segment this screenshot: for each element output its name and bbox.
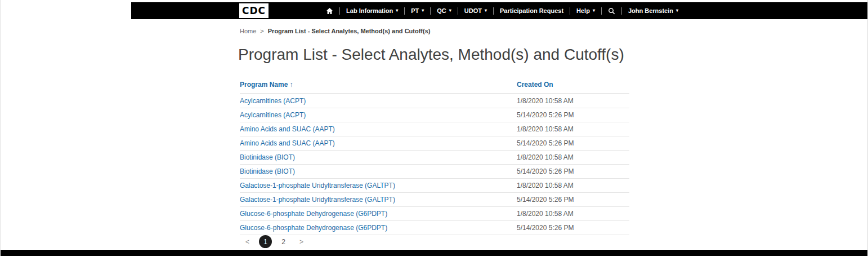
program-link[interactable]: Acylcarnitines (ACPT)	[240, 97, 306, 105]
home-icon	[326, 7, 333, 15]
caret-down-icon	[422, 8, 424, 13]
table-row: Acylcarnitines (ACPT) 5/14/2020 5:26 PM	[240, 108, 629, 122]
nav-item-label: Participation Request	[500, 7, 563, 14]
column-label: Program Name	[240, 81, 288, 89]
top-nav: CDC Lab Information PT QC UDOT	[131, 2, 867, 19]
table-row: Amino Acids and SUAC (AAPT) 5/14/2020 5:…	[240, 136, 629, 151]
table-row: Amino Acids and SUAC (AAPT) 1/8/2020 10:…	[240, 122, 629, 136]
nav-item-qc[interactable]: QC	[431, 2, 458, 19]
pagination-page-1[interactable]: 1	[259, 235, 272, 248]
pagination-prev[interactable]: <	[241, 235, 254, 248]
table-row: Acylcarnitines (ACPT) 1/8/2020 10:58 AM	[240, 94, 629, 108]
table-row: Glucose-6-phosphate Dehydrogenase (G6PDP…	[240, 221, 629, 235]
program-link[interactable]: Galactose-1-phosphate Uridyltransferase …	[240, 182, 395, 189]
nav-item-participation-request[interactable]: Participation Request	[494, 2, 570, 19]
created-on-cell: 5/14/2020 5:26 PM	[517, 108, 629, 122]
nav-item-label: PT	[411, 7, 419, 14]
caret-down-icon	[485, 8, 487, 13]
created-on-cell: 5/14/2020 5:26 PM	[517, 136, 629, 151]
caret-down-icon	[396, 8, 398, 13]
breadcrumb-current: Program List - Select Analytes, Method(s…	[268, 28, 431, 34]
program-link[interactable]: Amino Acids and SUAC (AAPT)	[240, 125, 335, 133]
caret-down-icon	[676, 8, 678, 13]
table-header-row: Program Name↑ Created On	[240, 78, 629, 94]
caret-down-icon	[593, 8, 595, 13]
user-menu[interactable]: John Bernstein	[622, 2, 684, 19]
nav-item-lab-information[interactable]: Lab Information	[340, 2, 404, 19]
table-row: Galactose-1-phosphate Uridyltransferase …	[240, 179, 629, 193]
table-row: Glucose-6-phosphate Dehydrogenase (G6PDP…	[240, 207, 629, 221]
column-label: Created On	[517, 81, 553, 89]
breadcrumb: Home > Program List - Select Analytes, M…	[240, 28, 430, 34]
created-on-cell: 1/8/2020 10:58 AM	[517, 207, 629, 221]
caret-down-icon	[449, 8, 451, 13]
column-header-created-on[interactable]: Created On	[517, 78, 629, 94]
created-on-cell: 1/8/2020 10:58 AM	[517, 151, 629, 165]
breadcrumb-home-link[interactable]: Home	[240, 28, 256, 34]
program-link[interactable]: Galactose-1-phosphate Uridyltransferase …	[240, 196, 395, 204]
sort-ascending-icon: ↑	[289, 81, 293, 89]
nav-item-label: QC	[437, 7, 446, 14]
program-link[interactable]: Amino Acids and SUAC (AAPT)	[240, 139, 335, 147]
column-header-program-name[interactable]: Program Name↑	[240, 78, 517, 94]
footer-bar	[1, 250, 867, 256]
program-link[interactable]: Glucose-6-phosphate Dehydrogenase (G6PDP…	[240, 210, 387, 218]
main-nav: Lab Information PT QC UDOT Participation…	[320, 2, 684, 19]
table-row: Galactose-1-phosphate Uridyltransferase …	[240, 193, 629, 207]
program-link[interactable]: Biotinidase (BIOT)	[240, 153, 295, 161]
nav-item-label: Help	[576, 7, 590, 14]
program-link[interactable]: Biotinidase (BIOT)	[240, 167, 295, 175]
app-screen: CDC Lab Information PT QC UDOT	[0, 0, 868, 256]
table-row: Biotinidase (BIOT) 1/8/2020 10:58 AM	[240, 151, 629, 165]
program-table: Program Name↑ Created On Acylcarnitines …	[240, 78, 629, 235]
search-icon	[608, 7, 615, 15]
nav-item-label: UDOT	[464, 7, 482, 14]
table-row: Biotinidase (BIOT) 5/14/2020 5:26 PM	[240, 165, 629, 179]
pagination: < 1 2 >	[241, 235, 308, 248]
created-on-cell: 1/8/2020 10:58 AM	[517, 94, 629, 108]
page-title: Program List - Select Analytes, Method(s…	[238, 46, 624, 64]
home-link[interactable]	[320, 2, 339, 19]
created-on-cell: 5/14/2020 5:26 PM	[517, 165, 629, 179]
nav-item-pt[interactable]: PT	[405, 2, 430, 19]
program-link[interactable]: Acylcarnitines (ACPT)	[240, 111, 306, 119]
nav-item-help[interactable]: Help	[570, 2, 601, 19]
pagination-next[interactable]: >	[295, 235, 308, 248]
created-on-cell: 5/14/2020 5:26 PM	[517, 221, 629, 235]
created-on-cell: 5/14/2020 5:26 PM	[517, 193, 629, 207]
nav-item-label: Lab Information	[346, 7, 393, 14]
pagination-page-2[interactable]: 2	[277, 235, 290, 248]
nav-item-udot[interactable]: UDOT	[458, 2, 493, 19]
cdc-logo[interactable]: CDC	[239, 3, 270, 18]
created-on-cell: 1/8/2020 10:58 AM	[517, 122, 629, 136]
program-link[interactable]: Glucose-6-phosphate Dehydrogenase (G6PDP…	[240, 224, 387, 232]
created-on-cell: 1/8/2020 10:58 AM	[517, 179, 629, 193]
breadcrumb-separator: >	[260, 28, 263, 34]
search-button[interactable]	[602, 2, 621, 19]
user-name-label: John Bernstein	[628, 7, 673, 14]
